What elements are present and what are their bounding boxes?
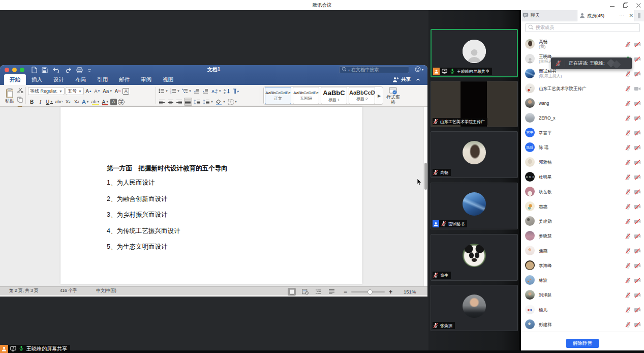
increase-indent-button[interactable]: [202, 87, 209, 95]
muted-mic-icon[interactable]: [625, 262, 631, 269]
styles-pane-button[interactable]: 样式窗格: [384, 86, 402, 105]
character-border-button[interactable]: A: [122, 88, 129, 95]
shading-button[interactable]: ▼: [215, 98, 226, 106]
member-row[interactable]: wang: [521, 96, 644, 110]
video-thumbnail[interactable]: 山东工艺美术学院王传广: [431, 81, 518, 127]
camera-off-icon[interactable]: [634, 277, 640, 283]
muted-mic-icon[interactable]: [625, 159, 631, 165]
highlight-button[interactable]: ab▼: [91, 98, 101, 106]
align-right-button[interactable]: [175, 98, 183, 106]
muted-mic-icon[interactable]: [625, 188, 631, 195]
muted-mic-icon[interactable]: [625, 129, 631, 136]
camera-off-icon[interactable]: [634, 55, 640, 62]
video-thumbnail[interactable]: 窗生: [431, 234, 518, 281]
sort-button[interactable]: AZ: [223, 87, 231, 95]
ribbon-tab-布局[interactable]: 布局: [70, 74, 91, 85]
member-row[interactable]: 彭建祥: [521, 317, 644, 332]
change-case-button[interactable]: Aa▼: [102, 87, 113, 95]
video-thumbnail[interactable]: 张焕源: [431, 285, 518, 331]
superscript-button[interactable]: X2: [73, 98, 80, 106]
camera-off-icon[interactable]: [634, 247, 640, 254]
font-name-select[interactable]: 等线 Regular...▼: [28, 87, 65, 95]
distribute-button[interactable]: [193, 98, 201, 106]
member-row[interactable]: 惠惠: [521, 199, 644, 214]
panel-more-button[interactable]: ···: [618, 10, 626, 21]
doc-scrollbar-thumb[interactable]: [424, 163, 427, 190]
camera-off-icon[interactable]: [634, 232, 640, 239]
ribbon-tab-开始[interactable]: 开始: [4, 74, 26, 85]
line-spacing-button[interactable]: ▼: [202, 98, 214, 106]
multilevel-list-button[interactable]: ▼: [181, 87, 192, 95]
panel-close-button[interactable]: ✕: [629, 10, 633, 21]
align-center-button[interactable]: [167, 98, 174, 106]
view-draft-button[interactable]: [327, 288, 335, 296]
cut-button[interactable]: [17, 86, 23, 96]
camera-off-icon[interactable]: [634, 159, 640, 165]
font-color-button[interactable]: A▼: [101, 98, 109, 106]
member-row[interactable]: ZERO_x: [521, 110, 644, 125]
camera-off-icon[interactable]: [634, 100, 640, 106]
enclose-characters-button[interactable]: 字: [118, 99, 125, 105]
camera-off-icon[interactable]: [634, 188, 640, 195]
subscript-button[interactable]: X2: [64, 98, 72, 106]
shrink-font-button[interactable]: A▼: [94, 87, 101, 95]
camera-off-icon[interactable]: [634, 144, 640, 151]
ribbon-tab-邮件[interactable]: 邮件: [113, 74, 135, 85]
camera-off-icon[interactable]: [634, 262, 640, 269]
character-shading-button[interactable]: A: [110, 99, 117, 105]
underline-button[interactable]: U▼: [45, 98, 53, 106]
camera-off-icon[interactable]: [634, 203, 640, 210]
maximize-button[interactable]: [623, 2, 629, 8]
doc-scrollbar-track[interactable]: [423, 107, 427, 286]
member-row[interactable]: 邓雅楠: [521, 155, 644, 169]
camera-off-icon[interactable]: [634, 114, 640, 121]
muted-mic-icon[interactable]: [625, 247, 631, 254]
show-marks-button[interactable]: [232, 87, 239, 95]
bullets-button[interactable]: ▼: [158, 87, 169, 95]
camera-off-icon[interactable]: [634, 41, 640, 47]
strikethrough-button[interactable]: abe: [54, 98, 63, 106]
word-feedback-button[interactable]: ▾: [415, 66, 423, 72]
member-row[interactable]: 高畅(我): [521, 37, 644, 51]
font-size-select[interactable]: 五号▼: [66, 87, 84, 95]
member-row[interactable]: 山东工艺美术学院王传广: [521, 81, 644, 96]
muted-mic-icon[interactable]: [625, 144, 631, 151]
minimize-button[interactable]: [609, 2, 616, 8]
zoom-in-button[interactable]: +: [389, 288, 392, 296]
style-正文[interactable]: AaBbCcDdEe正文: [265, 87, 291, 104]
word-share-button[interactable]: 共享: [392, 74, 420, 84]
muted-mic-icon[interactable]: [625, 291, 631, 298]
camera-off-icon[interactable]: [634, 129, 640, 136]
muted-mic-icon[interactable]: [625, 277, 631, 283]
member-row[interactable]: 李海峰: [521, 258, 644, 273]
borders-button[interactable]: ▼: [227, 98, 238, 106]
styles-gallery-more-icon[interactable]: ▶: [377, 94, 382, 98]
ribbon-tab-视图[interactable]: 视图: [157, 74, 179, 85]
grow-font-button[interactable]: A▲: [85, 87, 93, 95]
style-标题 1[interactable]: AaBbC标题 1: [321, 87, 347, 104]
member-row[interactable]: 姜建勋: [521, 214, 644, 228]
muted-mic-icon[interactable]: [625, 321, 631, 328]
member-search-box[interactable]: 搜索成员: [525, 23, 640, 32]
camera-off-icon[interactable]: [634, 306, 640, 313]
view-outline-button[interactable]: [314, 288, 322, 296]
video-thumbnail[interactable]: 面试秘书: [431, 183, 518, 229]
muted-mic-icon[interactable]: [625, 85, 631, 92]
muted-mic-icon[interactable]: [625, 232, 631, 239]
ribbon-tab-引用[interactable]: 引用: [91, 74, 113, 85]
camera-off-icon[interactable]: [634, 321, 640, 328]
muted-mic-icon[interactable]: [625, 173, 631, 180]
camera-off-icon[interactable]: [634, 291, 640, 298]
style-无间隔[interactable]: AaBbCcDdEe无间隔: [293, 87, 319, 104]
align-left-button[interactable]: [158, 98, 166, 106]
ribbon-tab-设计[interactable]: 设计: [48, 74, 70, 85]
video-thumbnail[interactable]: 高畅: [431, 131, 518, 178]
panel-collapse-button[interactable]: [634, 10, 644, 21]
decrease-indent-button[interactable]: [193, 87, 201, 95]
member-row[interactable]: 林波: [521, 273, 644, 287]
member-row[interactable]: 焦燕: [521, 243, 644, 258]
muted-mic-icon[interactable]: [625, 306, 631, 313]
word-document-area[interactable]: 第一方面 把握新时代设计教育的五个导向 1、为人民而设计2、为融合创新而设计3、…: [0, 107, 427, 286]
member-row[interactable]: 陈瑶 陈 瑶: [521, 140, 644, 155]
member-row[interactable]: D M X 杜明星: [521, 169, 644, 184]
